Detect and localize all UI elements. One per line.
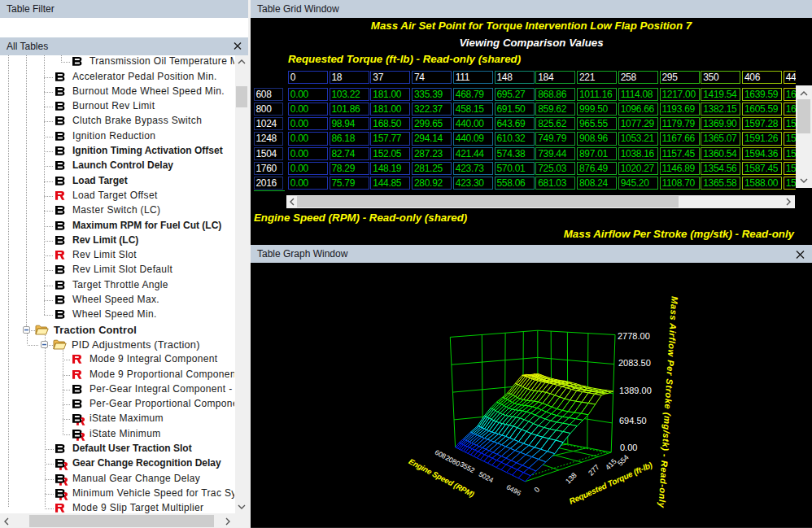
svg-text:694.50: 694.50 <box>619 416 647 425</box>
svg-text:5024: 5024 <box>478 469 495 484</box>
svg-text:554: 554 <box>616 453 631 468</box>
svg-text:1389.00: 1389.00 <box>619 386 652 395</box>
svg-text:6496: 6496 <box>505 482 523 497</box>
svg-text:2083.50: 2083.50 <box>618 358 651 368</box>
svg-text:0.00: 0.00 <box>620 443 637 452</box>
svg-text:138: 138 <box>564 471 578 486</box>
svg-text:0: 0 <box>533 486 542 495</box>
svg-text:Mass Airflow Per Stroke (mg/st: Mass Airflow Per Stroke (mg/stk) - Read-… <box>657 296 680 508</box>
svg-text:277: 277 <box>587 463 601 478</box>
svg-text:2778.00: 2778.00 <box>618 331 650 341</box>
svg-text:415: 415 <box>604 457 618 472</box>
svg-text:3552: 3552 <box>459 460 477 474</box>
